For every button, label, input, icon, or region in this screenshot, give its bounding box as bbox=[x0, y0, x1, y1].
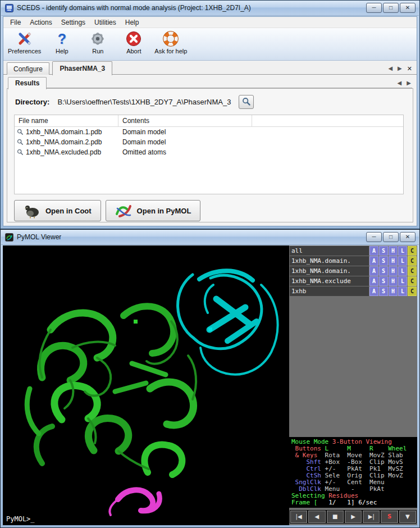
tab-configure[interactable]: Configure bbox=[7, 62, 49, 75]
help-icon: ? bbox=[58, 30, 66, 47]
hide-menu-button[interactable]: H bbox=[389, 256, 398, 266]
abort-label: Abort bbox=[126, 48, 141, 54]
tab-results[interactable]: Results bbox=[8, 77, 47, 89]
object-name[interactable]: 1xhb_NMA.domain. bbox=[290, 256, 369, 266]
abort-button[interactable]: Abort bbox=[118, 30, 149, 54]
preferences-button[interactable]: Preferences bbox=[8, 30, 41, 54]
abort-icon bbox=[125, 30, 142, 47]
action-menu-button[interactable]: A bbox=[369, 276, 378, 286]
hide-menu-button[interactable]: H bbox=[389, 246, 398, 256]
contents-cell: Omitted atoms bbox=[118, 148, 166, 156]
open-in-coot-button[interactable]: Open in Coot bbox=[14, 200, 101, 221]
color-menu-button[interactable]: C bbox=[408, 246, 417, 256]
close-button[interactable]: ✕ bbox=[400, 3, 416, 13]
results-scroll-left-icon[interactable]: ◀ bbox=[398, 80, 402, 86]
menu-item-actions[interactable]: Actions bbox=[25, 17, 56, 28]
table-header-contents[interactable]: Contents bbox=[118, 115, 252, 126]
maximize-button[interactable]: □ bbox=[383, 3, 399, 13]
label-menu-button[interactable]: L bbox=[398, 286, 407, 296]
results-tab-bar: Results ◀ ▶ bbox=[8, 76, 412, 88]
vcr-back-button[interactable]: ◀ bbox=[308, 511, 325, 523]
show-menu-button[interactable]: S bbox=[379, 266, 388, 276]
hide-menu-button[interactable]: H bbox=[389, 266, 398, 276]
open-in-coot-label: Open in Coot bbox=[45, 207, 92, 215]
run-button[interactable]: Run bbox=[83, 30, 113, 54]
color-menu-button[interactable]: C bbox=[408, 266, 417, 276]
object-row[interactable]: all A S H L C bbox=[290, 246, 417, 256]
action-menu-button[interactable]: A bbox=[369, 246, 378, 256]
label-menu-button[interactable]: L bbox=[398, 266, 407, 276]
show-menu-button[interactable]: S bbox=[379, 256, 388, 266]
menu-item-utilities[interactable]: Utilities bbox=[90, 17, 121, 28]
magnifier-icon bbox=[17, 139, 24, 145]
gear-icon bbox=[89, 30, 106, 47]
object-name[interactable]: 1xhb_NMA.domain. bbox=[290, 266, 369, 276]
color-menu-button[interactable]: C bbox=[408, 256, 417, 266]
magnifier-icon bbox=[17, 129, 24, 135]
results-panel: Directory: B:\Users\oeffner\Tests\1XHB_2… bbox=[7, 88, 413, 222]
vcr-stop-button[interactable]: ■ bbox=[327, 511, 344, 523]
hide-menu-button[interactable]: H bbox=[389, 286, 398, 296]
menu-item-file[interactable]: File bbox=[6, 17, 25, 28]
object-row[interactable]: 1xhb A S H L C bbox=[290, 286, 417, 296]
magnifier-icon bbox=[17, 149, 24, 156]
object-row[interactable]: 1xhb_NMA.domain. A S H L C bbox=[290, 256, 417, 266]
object-name[interactable]: 1xhb_NMA.exclude bbox=[290, 276, 369, 286]
menu-item-help[interactable]: Help bbox=[121, 17, 144, 28]
object-row[interactable]: 1xhb_NMA.domain. A S H L C bbox=[290, 266, 417, 276]
vcr-s-button[interactable]: S bbox=[381, 511, 398, 523]
menu-item-settings[interactable]: Settings bbox=[57, 17, 90, 28]
ask-for-help-button[interactable]: Ask for help bbox=[154, 30, 187, 54]
table-header-file-name[interactable]: File name bbox=[15, 115, 118, 126]
action-menu-button[interactable]: A bbox=[369, 286, 378, 296]
action-buttons: Open in Coot Open in PyMOL bbox=[14, 200, 200, 221]
sceds-window-title: SCEDS - identify domains with normal mod… bbox=[17, 4, 251, 12]
object-name[interactable]: 1xhb bbox=[290, 286, 369, 296]
mouse-legend: Mouse Mode 3-Button Viewing Buttons L M … bbox=[289, 437, 417, 508]
label-menu-button[interactable]: L bbox=[398, 246, 407, 256]
contents-cell: Domain model bbox=[118, 138, 166, 146]
help-button[interactable]: ? Help bbox=[47, 30, 77, 54]
label-menu-button[interactable]: L bbox=[398, 276, 407, 286]
open-in-pymol-button[interactable]: Open in PyMOL bbox=[106, 200, 201, 221]
vcr-forward-button[interactable]: ▶| bbox=[363, 511, 380, 523]
browse-button[interactable] bbox=[239, 95, 254, 109]
pymol-titlebar[interactable]: PyMOL Viewer ─ □ ✕ bbox=[1, 230, 419, 245]
command-prompt[interactable]: PyMOL>_ bbox=[6, 515, 35, 523]
show-menu-button[interactable]: S bbox=[379, 286, 388, 296]
show-menu-button[interactable]: S bbox=[379, 276, 388, 286]
table-row[interactable]: 1xhb_NMA.domain.1.pdb Domain model bbox=[15, 127, 403, 137]
sceds-app-icon bbox=[5, 4, 13, 12]
file-name-cell: 1xhb_NMA.domain.1.pdb bbox=[26, 128, 102, 136]
pymol-viewport[interactable]: PyMOL>_ bbox=[3, 245, 290, 525]
tab-phasernma-3[interactable]: PhaserNMA_3 bbox=[52, 61, 112, 75]
color-menu-button[interactable]: C bbox=[408, 286, 417, 296]
pymol-app-icon bbox=[5, 233, 13, 242]
vcr-rewind-button[interactable]: |◀ bbox=[290, 511, 307, 523]
vcr-menu-button[interactable]: ▼ bbox=[399, 511, 416, 523]
action-menu-button[interactable]: A bbox=[369, 266, 378, 276]
minimize-button[interactable]: ─ bbox=[366, 232, 382, 242]
pymol-window: PyMOL Viewer ─ □ ✕ bbox=[0, 229, 420, 528]
vcr-play-button[interactable]: ▶ bbox=[345, 511, 362, 523]
object-name[interactable]: all bbox=[290, 246, 369, 256]
minimize-button[interactable]: ─ bbox=[366, 3, 382, 13]
maximize-button[interactable]: □ bbox=[383, 232, 399, 242]
tab-scroll-left-icon[interactable]: ◀ bbox=[388, 65, 392, 72]
close-button[interactable]: ✕ bbox=[400, 232, 416, 242]
show-menu-button[interactable]: S bbox=[379, 246, 388, 256]
pymol-client-area: PyMOL>_ all A S H L C 1xhb_NMA.domain. A… bbox=[3, 245, 417, 525]
color-menu-button[interactable]: C bbox=[408, 276, 417, 286]
tab-close-icon[interactable]: ✕ bbox=[407, 65, 412, 72]
sceds-titlebar[interactable]: SCEDS - identify domains with normal mod… bbox=[1, 1, 419, 16]
hide-menu-button[interactable]: H bbox=[389, 276, 398, 286]
label-menu-button[interactable]: L bbox=[398, 256, 407, 266]
results-scroll-right-icon[interactable]: ▶ bbox=[407, 80, 411, 86]
protein-ribbon-rendering bbox=[3, 245, 290, 525]
object-row[interactable]: 1xhb_NMA.exclude A S H L C bbox=[290, 276, 417, 286]
directory-row: Directory: B:\Users\oeffner\Tests\1XHB_2… bbox=[15, 94, 254, 109]
table-row[interactable]: 1xhb_NMA.domain.2.pdb Domain model bbox=[15, 137, 403, 147]
table-row[interactable]: 1xhb_NMA.excluded.pdb Omitted atoms bbox=[15, 147, 403, 157]
action-menu-button[interactable]: A bbox=[369, 256, 378, 266]
tab-scroll-right-icon[interactable]: ▶ bbox=[398, 65, 402, 72]
